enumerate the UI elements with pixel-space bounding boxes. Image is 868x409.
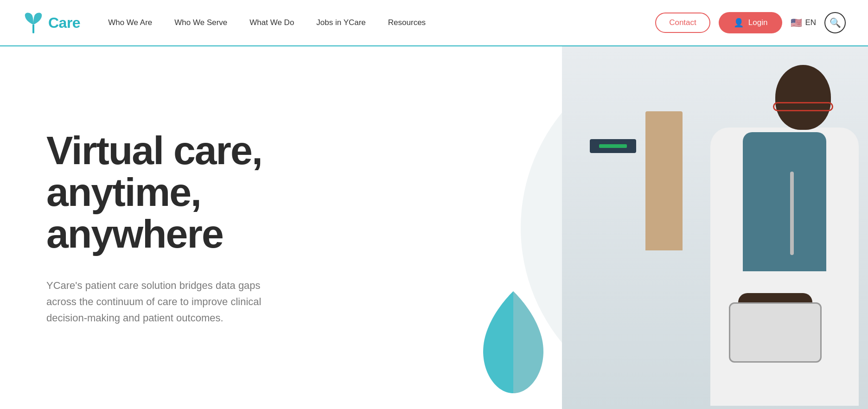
headline-line1: Virtual care, (46, 128, 262, 173)
lang-label: EN (805, 18, 816, 27)
teal-decorative-shape (483, 291, 543, 395)
logo-text: Care (48, 14, 80, 32)
nav-what-we-do[interactable]: What We Do (249, 18, 294, 27)
hero-section: Virtual care, anytime, anywhere YCare's … (0, 46, 868, 409)
doctor-tablet (729, 302, 822, 363)
headline-line3: anywhere (46, 211, 223, 256)
language-selector[interactable]: 🇺🇸 EN (791, 17, 816, 28)
header-actions: Contact 👤 Login 🇺🇸 EN 🔍 (655, 12, 846, 33)
headline-line2: anytime, (46, 170, 201, 214)
doctor-glasses (773, 102, 833, 111)
hero-photo (562, 46, 868, 409)
doctor-shirt (743, 132, 826, 271)
flag-icon: 🇺🇸 (791, 17, 802, 28)
ycare-logo-icon (22, 12, 45, 34)
doctor-head (775, 65, 831, 130)
nav-who-we-are[interactable]: Who We Are (108, 18, 152, 27)
nav-who-we-serve[interactable]: Who We Serve (174, 18, 227, 27)
doctor-stethoscope (790, 172, 794, 255)
contact-button[interactable]: Contact (655, 13, 710, 33)
login-label: Login (748, 18, 768, 27)
search-button[interactable]: 🔍 (824, 12, 846, 33)
search-icon: 🔍 (830, 17, 841, 28)
login-button[interactable]: 👤 Login (719, 12, 783, 33)
hero-subtext: YCare's patient care solution bridges da… (46, 277, 287, 326)
person-icon: 👤 (734, 18, 744, 28)
logo[interactable]: Care (22, 12, 80, 34)
hero-content: Virtual care, anytime, anywhere YCare's … (0, 46, 478, 409)
header: Care Who We Are Who We Serve What We Do … (0, 0, 868, 46)
nav-jobs[interactable]: Jobs in YCare (316, 18, 365, 27)
nav-resources[interactable]: Resources (388, 18, 426, 27)
room-door (645, 111, 683, 250)
main-nav: Who We Are Who We Serve What We Do Jobs … (108, 18, 637, 27)
room-sign (590, 139, 636, 153)
hero-headline: Virtual care, anytime, anywhere (46, 129, 440, 255)
